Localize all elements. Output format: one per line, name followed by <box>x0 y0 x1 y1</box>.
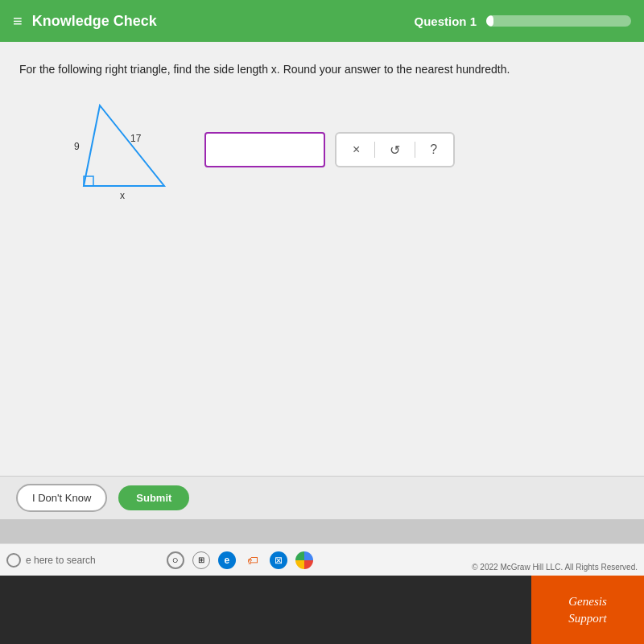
svg-text:17: 17 <box>130 133 142 144</box>
question-area: 9 17 x × ↺ ? <box>35 97 625 202</box>
triangle-svg: 9 17 x <box>35 97 180 202</box>
help-button[interactable]: ? <box>427 141 440 159</box>
dont-know-button[interactable]: I Don't Know <box>16 484 107 512</box>
undo-button[interactable]: ↺ <box>386 141 403 159</box>
submit-button[interactable]: Submit <box>118 485 189 510</box>
answer-input[interactable] <box>204 132 325 167</box>
taskbar-search-text: e here to search <box>26 555 96 566</box>
svg-marker-0 <box>84 105 164 186</box>
copyright-text: © 2022 McGraw Hill LLC. All Rights Reser… <box>472 563 638 572</box>
menu-icon[interactable]: ≡ <box>13 12 23 31</box>
bottom-action-bar: I Don't Know Submit <box>0 476 644 519</box>
svg-text:x: x <box>120 190 125 201</box>
svg-text:9: 9 <box>74 141 80 152</box>
tool-divider-2 <box>415 142 415 158</box>
multiply-button[interactable]: × <box>349 141 363 159</box>
question-text: For the following right triangle, find t… <box>19 61 625 78</box>
taskbar-icon-cortana[interactable]: ○ <box>167 551 184 569</box>
app-title: Knowledge Check <box>32 13 415 30</box>
question-label: Question 1 <box>414 14 477 28</box>
tool-divider-1 <box>374 142 375 158</box>
genesis-support-note: Genesis Support <box>531 576 644 644</box>
taskbar-icon-file[interactable]: 🏷 <box>244 551 262 569</box>
header-bar: ≡ Knowledge Check Question 1 <box>0 0 644 42</box>
search-circle-icon <box>6 553 21 568</box>
taskbar-icons: ○ ⊞ e 🏷 ⊠ <box>167 551 313 569</box>
taskbar-icon-edge[interactable]: e <box>218 551 236 569</box>
answer-tools-panel: × ↺ ? <box>335 132 455 167</box>
answer-section: × ↺ ? <box>204 132 455 167</box>
taskbar-icon-taskview[interactable]: ⊞ <box>192 551 210 569</box>
taskbar-search: e here to search <box>6 553 96 568</box>
triangle-diagram: 9 17 x <box>35 97 180 202</box>
taskbar-icon-chrome[interactable] <box>295 551 313 569</box>
genesis-line2: Support <box>568 610 607 627</box>
progress-bar-container <box>486 15 631 27</box>
taskbar-icon-store[interactable]: ⊠ <box>270 551 287 569</box>
progress-bar-fill <box>486 15 493 27</box>
genesis-line1: Genesis <box>568 593 607 610</box>
main-content: For the following right triangle, find t… <box>0 42 644 517</box>
